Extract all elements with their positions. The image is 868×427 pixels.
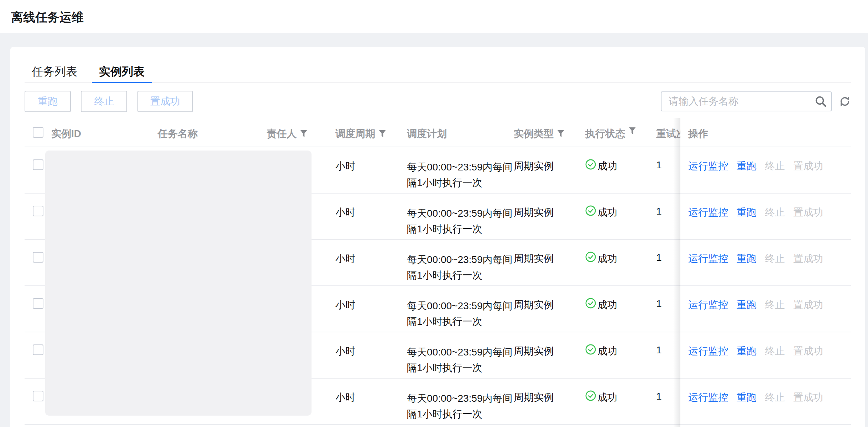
- rerun-link[interactable]: 重跑: [737, 392, 757, 403]
- status-label: 成功: [597, 206, 617, 219]
- cell-status: 成功: [585, 147, 656, 193]
- rerun-link[interactable]: 重跑: [737, 299, 757, 310]
- tab-task-list[interactable]: 任务列表: [25, 65, 84, 83]
- cell-status: 成功: [585, 379, 656, 424]
- cell-instance-type: 周期实例: [514, 332, 585, 378]
- cell-cycle: 小时: [335, 194, 407, 239]
- terminate-button[interactable]: 终止: [81, 91, 127, 112]
- search-area: [661, 91, 851, 112]
- set-success-link[interactable]: 置成功: [793, 392, 823, 403]
- select-all-checkbox[interactable]: [33, 127, 43, 138]
- column-instance-id: 实例ID: [51, 118, 158, 147]
- terminate-link[interactable]: 终止: [765, 207, 785, 218]
- rerun-link[interactable]: 重跑: [737, 346, 757, 357]
- cell-plan: 每天00:00~23:59内每间隔1小时执行一次: [407, 240, 514, 285]
- cell-instance-type: 周期实例: [514, 379, 585, 424]
- page-title: 离线任务运维: [11, 9, 84, 26]
- cell-cycle: 小时: [335, 332, 407, 378]
- search-icon[interactable]: [815, 95, 827, 107]
- cell-operations: 运行监控 重跑 终止 置成功: [680, 286, 851, 332]
- column-cycle: 调度周期: [335, 118, 407, 147]
- terminate-link[interactable]: 终止: [765, 392, 785, 403]
- cell-cycle: 小时: [335, 240, 407, 285]
- status-label: 成功: [597, 159, 617, 173]
- set-success-link[interactable]: 置成功: [793, 299, 823, 310]
- column-owner: 责任人: [267, 118, 335, 147]
- column-operations: 操作: [680, 118, 851, 147]
- cell-cycle: 小时: [335, 379, 407, 424]
- fixed-column-shadow: [673, 118, 680, 427]
- filter-icon[interactable]: [300, 130, 307, 138]
- page-header: 离线任务运维: [0, 0, 868, 33]
- run-monitor-link[interactable]: 运行监控: [688, 253, 728, 264]
- terminate-link[interactable]: 终止: [765, 160, 785, 172]
- row-checkbox[interactable]: [33, 252, 43, 263]
- set-success-link[interactable]: 置成功: [793, 346, 823, 357]
- set-success-link[interactable]: 置成功: [793, 253, 823, 264]
- success-icon: [585, 298, 596, 309]
- terminate-link[interactable]: 终止: [765, 299, 785, 310]
- cell-plan: 每天00:00~23:59内每间隔1小时执行一次: [407, 194, 514, 239]
- success-icon: [585, 344, 596, 355]
- rerun-link[interactable]: 重跑: [737, 253, 757, 264]
- rerun-button[interactable]: 重跑: [25, 91, 71, 112]
- run-monitor-link[interactable]: 运行监控: [688, 299, 728, 310]
- filter-icon[interactable]: [557, 130, 564, 138]
- cell-status: 成功: [585, 332, 656, 378]
- cell-operations: 运行监控 重跑 终止 置成功: [680, 147, 851, 193]
- column-exec-status: 执行状态: [585, 118, 656, 147]
- success-icon: [585, 390, 596, 401]
- cell-plan: 每天00:00~23:59内每间隔1小时执行一次: [407, 379, 514, 424]
- set-success-button[interactable]: 置成功: [137, 91, 193, 112]
- cell-status: 成功: [585, 240, 656, 285]
- cell-operations: 运行监控 重跑 终止 置成功: [680, 332, 851, 378]
- content-card: 任务列表 实例列表 重跑 终止 置成功: [10, 47, 865, 427]
- cell-plan: 每天00:00~23:59内每间隔1小时执行一次: [407, 332, 514, 378]
- row-checkbox[interactable]: [33, 344, 43, 355]
- set-success-link[interactable]: 置成功: [793, 207, 823, 218]
- success-icon: [585, 205, 596, 216]
- terminate-link[interactable]: 终止: [765, 346, 785, 357]
- success-icon: [585, 159, 596, 170]
- cell-status: 成功: [585, 194, 656, 239]
- cell-cycle: 小时: [335, 147, 407, 193]
- cell-plan: 每天00:00~23:59内每间隔1小时执行一次: [407, 286, 514, 332]
- terminate-link[interactable]: 终止: [765, 253, 785, 264]
- tab-bar: 任务列表 实例列表: [25, 59, 851, 83]
- set-success-link[interactable]: 置成功: [793, 160, 823, 172]
- rerun-link[interactable]: 重跑: [737, 207, 757, 218]
- active-tab-underline: [92, 82, 152, 83]
- row-checkbox[interactable]: [33, 298, 43, 309]
- column-instance-type: 实例类型: [514, 118, 585, 147]
- cell-instance-type: 周期实例: [514, 194, 585, 239]
- redacted-area: [45, 151, 312, 416]
- run-monitor-link[interactable]: 运行监控: [688, 160, 728, 172]
- column-plan: 调度计划: [407, 118, 514, 147]
- run-monitor-link[interactable]: 运行监控: [688, 392, 728, 403]
- success-icon: [585, 252, 596, 262]
- refresh-icon[interactable]: [839, 95, 851, 107]
- cell-cycle: 小时: [335, 286, 407, 332]
- table-header-row: 实例ID 任务名称 责任人 调度周期 调度计划 实例类型 执行状态 重试次数 操…: [25, 118, 851, 147]
- cell-plan: 每天00:00~23:59内每间隔1小时执行一次: [407, 147, 514, 193]
- row-checkbox[interactable]: [33, 159, 43, 170]
- status-label: 成功: [597, 391, 617, 404]
- cell-operations: 运行监控 重跑 终止 置成功: [680, 379, 851, 424]
- tab-instance-list[interactable]: 实例列表: [92, 65, 152, 83]
- run-monitor-link[interactable]: 运行监控: [688, 346, 728, 357]
- filter-icon[interactable]: [629, 127, 636, 135]
- cell-instance-type: 周期实例: [514, 240, 585, 285]
- rerun-link[interactable]: 重跑: [737, 160, 757, 172]
- status-label: 成功: [597, 298, 617, 312]
- tab-instance-list-label: 实例列表: [99, 65, 145, 78]
- search-input[interactable]: [661, 91, 832, 111]
- row-checkbox[interactable]: [33, 206, 43, 216]
- cell-status: 成功: [585, 286, 656, 332]
- cell-operations: 运行监控 重跑 终止 置成功: [680, 194, 851, 239]
- run-monitor-link[interactable]: 运行监控: [688, 207, 728, 218]
- cell-instance-type: 周期实例: [514, 286, 585, 332]
- cell-operations: 运行监控 重跑 终止 置成功: [680, 240, 851, 285]
- filter-icon[interactable]: [379, 130, 386, 138]
- toolbar: 重跑 终止 置成功: [25, 91, 851, 112]
- row-checkbox[interactable]: [33, 391, 43, 401]
